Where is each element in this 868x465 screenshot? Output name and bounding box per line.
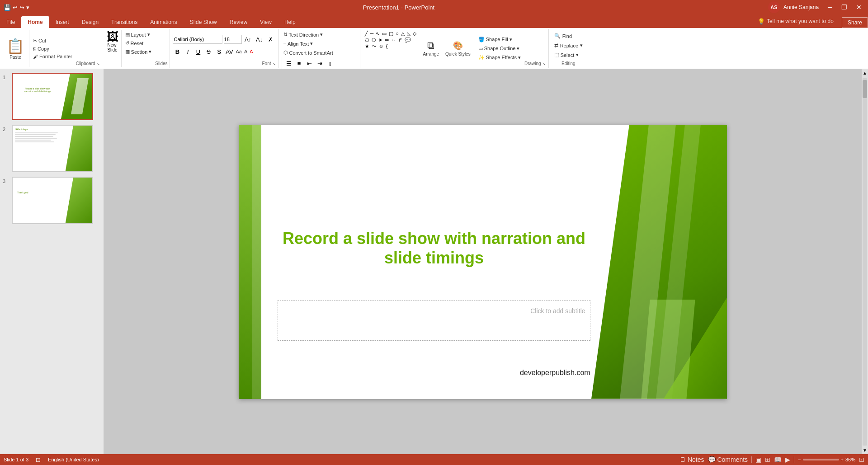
fit-window-button[interactable]: ⊡	[859, 456, 864, 463]
tab-file[interactable]: File	[0, 16, 21, 28]
strikethrough-button[interactable]: S	[204, 47, 214, 56]
scroll-thumb[interactable]	[863, 80, 867, 98]
double-arrow[interactable]: ↔	[390, 37, 397, 43]
slide-thumbnail-1[interactable]: Record a slide show withnarration and sl…	[12, 73, 93, 120]
bent-arrow[interactable]: ↱	[397, 37, 403, 43]
columns-button[interactable]: ⫿	[326, 58, 335, 68]
freeform-shape[interactable]: ∿	[375, 31, 381, 37]
tell-me-bar[interactable]: 💡 Tell me what you want to do	[753, 17, 838, 26]
slideshow-button[interactable]: ▶	[785, 456, 790, 463]
redo-button[interactable]: ↪	[19, 4, 24, 11]
convert-smartart-button[interactable]: ⬡ Convert to SmartArt	[282, 49, 335, 56]
cut-button[interactable]: ✂ Cut	[31, 37, 74, 45]
scroll-up-arrow[interactable]: ▲	[861, 69, 868, 77]
canvas-area[interactable]: Record a slide show with narration and s…	[104, 69, 862, 454]
decrease-indent-button[interactable]: ⇤	[305, 58, 315, 68]
clear-format-button[interactable]: ✗	[266, 34, 276, 44]
diamond-shape[interactable]: ◇	[412, 31, 417, 37]
layout-button[interactable]: ▤ Layout ▾	[123, 31, 154, 38]
shape-fill-button[interactable]: 🪣 Shape Fill ▾	[476, 36, 523, 43]
smiley-shape[interactable]: ☺	[378, 43, 385, 49]
user-avatar[interactable]: AS	[768, 1, 780, 13]
line-shape[interactable]: ╱	[364, 31, 369, 37]
scroll-down-arrow[interactable]: ▼	[861, 446, 868, 454]
zoom-out-button[interactable]: −	[798, 457, 801, 462]
reading-view-button[interactable]: 📖	[774, 456, 782, 463]
slide-subtitle-placeholder[interactable]: Click to add subtitle	[278, 300, 590, 341]
tab-slideshow[interactable]: Slide Show	[184, 16, 223, 28]
clipboard-expand-icon[interactable]: ↘	[96, 61, 100, 66]
align-text-button[interactable]: ≡ Align Text ▾	[282, 40, 315, 47]
bullets-button[interactable]: ☰	[284, 58, 294, 68]
brace-shape[interactable]: {	[385, 43, 389, 49]
arrow-shape[interactable]: ➤	[377, 37, 383, 43]
underline-button[interactable]: U	[193, 47, 203, 56]
rectangle-shape[interactable]: ▭	[381, 31, 387, 37]
reset-button[interactable]: ↺ Reset	[123, 39, 154, 47]
share-button[interactable]: Share	[842, 17, 868, 28]
slide-thumbnail-3[interactable]: Thank you!	[12, 177, 93, 224]
customize-qat-button[interactable]: ▾	[26, 4, 29, 11]
font-color-button[interactable]: A	[250, 49, 253, 54]
slide-title[interactable]: Record a slide show with narration and s…	[278, 229, 590, 268]
zoom-in-button[interactable]: +	[841, 457, 844, 462]
star5[interactable]: ★	[364, 43, 370, 49]
font-expand-icon[interactable]: ↘	[272, 61, 276, 66]
main-slide[interactable]: Record a slide show with narration and s…	[239, 125, 727, 399]
tab-home[interactable]: Home	[21, 16, 49, 28]
tab-help[interactable]: Help	[278, 16, 302, 28]
tab-insert[interactable]: Insert	[49, 16, 75, 28]
comments-button[interactable]: 💬 Comments	[708, 456, 748, 463]
text-direction-button[interactable]: ⇅ Text Direction ▾	[282, 31, 325, 38]
find-button[interactable]: 🔍 Find	[552, 32, 585, 40]
fit-slide-icon[interactable]: ⊡	[36, 456, 41, 463]
slide-thumbnail-2[interactable]: Little things	[12, 125, 93, 172]
font-case-button[interactable]: Aa	[236, 49, 242, 54]
straight-connector[interactable]: ─	[369, 31, 375, 37]
scroll-track[interactable]	[863, 78, 867, 446]
replace-button[interactable]: ⇄ Replace ▾	[552, 42, 585, 49]
zoom-slider[interactable]	[803, 459, 839, 460]
highlight-color-button[interactable]: A	[244, 49, 247, 54]
quick-styles-button[interactable]: 🎨 Quick Styles	[443, 39, 473, 58]
right-triangle[interactable]: ◺	[406, 31, 411, 37]
section-button[interactable]: ▦ Section ▾	[123, 48, 154, 56]
right-scrollbar[interactable]: ▲ ▼	[862, 69, 868, 454]
copy-button[interactable]: ⎘ Copy	[31, 45, 74, 52]
format-painter-button[interactable]: 🖌 Format Painter	[31, 53, 74, 60]
font-decrease-button[interactable]: A↓	[255, 34, 264, 44]
font-family-input[interactable]	[173, 35, 222, 44]
tab-review[interactable]: Review	[223, 16, 254, 28]
tab-view[interactable]: View	[254, 16, 278, 28]
select-button[interactable]: ⬚ Select ▾	[552, 51, 585, 59]
tab-transitions[interactable]: Transitions	[105, 16, 144, 28]
triangle-shape[interactable]: △	[400, 31, 406, 37]
left-arrow[interactable]: ⬅	[384, 37, 390, 43]
shape-outline-button[interactable]: ▭ Shape Outline ▾	[476, 45, 523, 52]
save-button[interactable]: 💾	[4, 4, 11, 11]
numbering-button[interactable]: ≡	[294, 58, 304, 68]
callout-shape[interactable]: 💬	[404, 37, 412, 43]
undo-button[interactable]: ↩	[13, 4, 18, 11]
tab-animations[interactable]: Animations	[144, 16, 183, 28]
slide-panel[interactable]: 1 Record a slide show withnarration and …	[0, 69, 104, 454]
notes-button[interactable]: 🗒 Notes	[679, 456, 704, 463]
font-size-input[interactable]	[224, 35, 242, 44]
restore-button[interactable]: ❐	[839, 4, 850, 11]
new-slide-button[interactable]: 🖼 New Slide	[104, 30, 122, 67]
italic-button[interactable]: I	[183, 47, 193, 56]
font-increase-button[interactable]: A↑	[243, 34, 253, 44]
zoom-control[interactable]: − + 86%	[798, 457, 855, 462]
increase-indent-button[interactable]: ⇥	[315, 58, 325, 68]
shadow-button[interactable]: S	[214, 47, 224, 56]
tab-design[interactable]: Design	[75, 16, 105, 28]
char-spacing-button[interactable]: AV	[225, 47, 235, 56]
normal-view-button[interactable]: ▣	[755, 456, 761, 463]
close-button[interactable]: ✕	[854, 4, 864, 11]
bold-button[interactable]: B	[173, 47, 183, 56]
drawing-expand-icon[interactable]: ↘	[542, 61, 546, 66]
minimize-button[interactable]: ─	[825, 4, 835, 11]
oval-shape[interactable]: ○	[395, 31, 400, 37]
arrange-button[interactable]: ⧉ Arrange	[421, 39, 442, 58]
slide-sorter-button[interactable]: ⊞	[765, 456, 770, 463]
